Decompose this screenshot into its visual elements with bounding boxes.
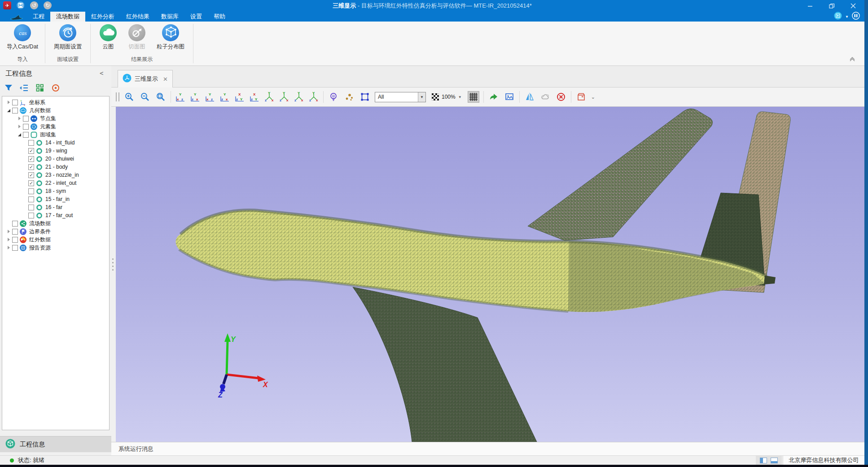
checkbox-unchecked[interactable]: [28, 140, 34, 146]
expand-collapsed-icon[interactable]: [6, 100, 11, 104]
menu-tab[interactable]: 设置: [184, 12, 208, 22]
panel-splitter[interactable]: [112, 258, 114, 271]
view-front-button[interactable]: Yxz: [175, 91, 186, 103]
expand-collapsed-icon[interactable]: [6, 246, 11, 249]
tree-item[interactable]: ✓22 - inlet_out: [2, 179, 109, 187]
tab-3d-view[interactable]: 三维显示 ✕: [118, 70, 173, 87]
menu-tab[interactable]: 工程: [27, 12, 50, 22]
checkbox-unchecked[interactable]: [12, 100, 18, 105]
panel-footer-button[interactable]: 工程信息: [0, 436, 111, 452]
zoom-in-button[interactable]: [123, 91, 135, 103]
tree-item[interactable]: 面域集: [2, 131, 109, 139]
ribbon-button-particles[interactable]: 粒子分布图: [152, 24, 189, 51]
layout-bottom-icon[interactable]: [771, 458, 778, 463]
cloud-display-button[interactable]: [539, 91, 551, 103]
grid-view-icon[interactable]: [35, 83, 45, 93]
tree-item[interactable]: ✓20 - chuiwei: [2, 155, 109, 163]
snapshot-button[interactable]: [504, 91, 515, 103]
view-top-button[interactable]: XzY: [234, 91, 245, 103]
tree-item[interactable]: ✓23 - nozzle_in: [2, 171, 109, 179]
more-tools-caret-icon[interactable]: ⌄: [591, 94, 595, 100]
expand-expanded-icon[interactable]: [6, 109, 11, 112]
project-tree[interactable]: Yzx坐标系几何数据节点集元素集面域集14 - int_fluid✓19 - w…: [2, 96, 110, 430]
panel-collapse-button[interactable]: <: [100, 70, 103, 77]
view-iso-1-button[interactable]: Yzx: [264, 91, 275, 103]
tree-item[interactable]: 元素集: [2, 122, 109, 131]
expand-expanded-icon[interactable]: [17, 133, 22, 136]
tree-item[interactable]: 节点集: [2, 114, 109, 122]
checkbox-unchecked[interactable]: [23, 132, 29, 138]
export-view-button[interactable]: [488, 91, 500, 103]
menu-tab[interactable]: 流场数据: [50, 12, 85, 22]
zoom-fit-button[interactable]: [155, 91, 167, 103]
tree-item[interactable]: 18 - sym: [2, 187, 109, 195]
dropdown-caret-icon[interactable]: ▼: [845, 15, 849, 19]
menu-tab[interactable]: 红外结果: [120, 12, 155, 22]
viewport-canvas[interactable]: Y X Z: [116, 107, 864, 442]
checkbox-checked[interactable]: ✓: [28, 180, 34, 186]
outline-list-icon[interactable]: [19, 83, 29, 93]
view-left-button[interactable]: Yxz: [205, 91, 215, 103]
combo-dropdown-icon[interactable]: ▼: [418, 92, 425, 102]
tree-item[interactable]: 流场数据: [2, 219, 109, 227]
expand-collapsed-icon[interactable]: [17, 117, 22, 120]
checkbox-unchecked[interactable]: [28, 205, 34, 210]
expand-collapsed-icon[interactable]: [17, 125, 22, 128]
display-filter-select[interactable]: All ▼: [375, 92, 426, 102]
minimize-button[interactable]: [805, 2, 815, 10]
tree-item[interactable]: 几何数据: [2, 106, 109, 114]
expand-collapsed-icon[interactable]: [6, 230, 11, 233]
ribbon-button-cas[interactable]: cas导入Cas/Dat: [4, 24, 41, 51]
tree-item[interactable]: ✓19 - wing: [2, 147, 109, 155]
tree-item[interactable]: 17 - far_out: [2, 211, 109, 219]
checkbox-unchecked[interactable]: [23, 116, 29, 122]
tab-close-icon[interactable]: ✕: [163, 76, 168, 83]
checkbox-unchecked[interactable]: [12, 108, 18, 113]
locate-target-icon[interactable]: [51, 83, 61, 93]
checkbox-unchecked[interactable]: [28, 196, 34, 202]
toolbar-drag-handle[interactable]: [116, 92, 119, 101]
view-back-button[interactable]: Yzx: [190, 91, 201, 103]
section-box-button[interactable]: [575, 91, 587, 103]
checkbox-checked[interactable]: ✓: [28, 164, 34, 170]
zoom-out-button[interactable]: [139, 91, 151, 103]
help-book-icon[interactable]: [852, 12, 860, 22]
ribbon-button-cloud[interactable]: 云图: [94, 24, 122, 51]
checkbox-unchecked[interactable]: [23, 124, 29, 130]
zoom-level-dropdown[interactable]: 100% ▼: [430, 91, 464, 103]
menu-tab[interactable]: 数据库: [155, 12, 184, 22]
view-bottom-button[interactable]: XzY: [249, 91, 260, 103]
tree-item[interactable]: 报告资源: [2, 244, 109, 252]
media-panel-icon[interactable]: [834, 12, 842, 22]
checkbox-unchecked[interactable]: [28, 188, 34, 194]
mesh-toggle-button[interactable]: [468, 91, 479, 103]
ribbon-button-clock[interactable]: 周期面设置: [49, 24, 87, 51]
mirror-display-button[interactable]: [524, 91, 535, 103]
checkbox-unchecked[interactable]: [12, 229, 18, 235]
menu-tab[interactable]: 帮助: [208, 12, 231, 22]
expand-collapsed-icon[interactable]: [6, 238, 11, 241]
light-toggle-button[interactable]: [328, 91, 339, 103]
tree-item[interactable]: Yzx坐标系: [2, 98, 109, 106]
view-right-button[interactable]: Yzx: [219, 91, 230, 103]
layout-left-icon[interactable]: [760, 458, 767, 463]
close-button[interactable]: [848, 2, 858, 10]
tree-item[interactable]: 14 - int_fluid: [2, 139, 109, 147]
tree-item[interactable]: 边界条件: [2, 227, 109, 236]
tree-item[interactable]: 16 - far: [2, 203, 109, 211]
checkbox-unchecked[interactable]: [12, 245, 18, 251]
filter-icon[interactable]: [4, 83, 13, 93]
cancel-display-button[interactable]: [555, 91, 567, 103]
collapse-ribbon-button[interactable]: [849, 56, 855, 64]
tree-item[interactable]: 15 - far_in: [2, 195, 109, 203]
checkbox-unchecked[interactable]: [12, 221, 18, 227]
checkbox-checked[interactable]: ✓: [28, 172, 34, 178]
view-iso-2-button[interactable]: Yzx: [279, 91, 289, 103]
checkbox-unchecked[interactable]: [28, 213, 34, 218]
particle-display-button[interactable]: [343, 91, 355, 103]
box-select-button[interactable]: [359, 91, 371, 103]
tree-item[interactable]: ✓21 - body: [2, 163, 109, 171]
tree-item[interactable]: 红外数据: [2, 236, 109, 244]
restore-button[interactable]: [827, 2, 837, 10]
view-iso-3-button[interactable]: Yzx: [294, 91, 304, 103]
